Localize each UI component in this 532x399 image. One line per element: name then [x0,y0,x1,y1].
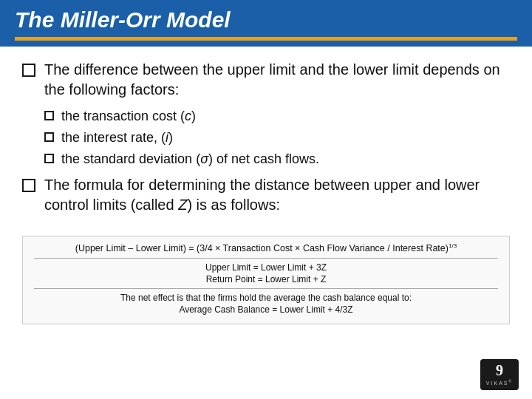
formula-main: (Upper Limit – Lower Limit) = (3/4 × Tra… [34,242,498,253]
formula-line1: Upper Limit = Lower Limit + 3Z [34,262,498,273]
sub-bullet-3: the standard deviation (σ) of net cash f… [44,150,510,168]
sub-bullet-1: the transaction cost (c) [44,107,510,126]
bullet-1-text: The difference between the upper limit a… [44,60,510,100]
sub-bullet-1-icon [44,111,54,120]
sub-bullet-3-icon [44,154,54,163]
bullet-2-icon [22,179,35,192]
bullet-2: The formula for determining the distance… [22,175,510,215]
bullet-1: The difference between the upper limit a… [22,60,510,100]
vikas-symbol: 9 [496,363,503,378]
bullet-1-icon [22,64,35,77]
slide: The Miller-Orr Model The difference betw… [0,0,532,399]
formula-divider-2 [34,288,498,289]
formula-line3: Average Cash Balance = Lower Limit + 4/3… [34,304,498,315]
formula-note: The net effect is that the firms hold th… [34,293,498,303]
formula-divider [34,258,498,259]
slide-content: The difference between the upper limit a… [0,47,532,230]
sub-bullet-list: the transaction cost (c) the interest ra… [44,107,510,169]
bullet-2-text: The formula for determining the distance… [44,175,510,215]
slide-title: The Miller-Orr Model [15,7,517,33]
sub-bullet-2: the interest rate, (i) [44,129,510,147]
slide-header: The Miller-Orr Model [0,0,532,47]
vikas-logo: 9 VIKAS® [480,359,519,390]
formula-line2: Return Point = Lower Limit + Z [34,274,498,284]
sub-bullet-2-text: the interest rate, (i) [61,129,173,147]
sub-bullet-1-text: the transaction cost (c) [61,107,196,126]
sub-bullet-3-text: the standard deviation (σ) of net cash f… [61,150,319,168]
vikas-text: VIKAS® [486,379,513,386]
sub-bullet-2-icon [44,132,54,142]
formula-section: (Upper Limit – Lower Limit) = (3/4 × Tra… [22,236,510,324]
